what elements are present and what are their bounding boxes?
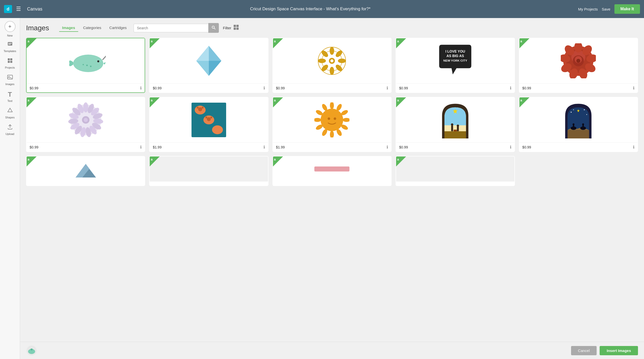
filter-button[interactable]: Filter (223, 26, 231, 30)
image-card-10[interactable]: a (519, 97, 638, 152)
svg-rect-6 (10, 61, 12, 63)
badge-letter-10: a (520, 98, 522, 102)
sidebar-item-text[interactable]: T Text (1, 89, 19, 104)
sidebar-item-upload[interactable]: Upload (1, 122, 19, 137)
card-footer-1: $0.99 ℹ (27, 83, 145, 92)
tab-categories[interactable]: Categories (80, 24, 105, 32)
search-area (134, 23, 219, 33)
svg-text:AS BIG AS: AS BIG AS (446, 54, 464, 58)
image-card-3[interactable]: a (272, 38, 392, 93)
card-price-9: $0.99 (399, 145, 408, 149)
svg-point-95 (314, 118, 321, 122)
shapes-icon (7, 107, 13, 115)
cricut-logo (26, 345, 37, 356)
save-button[interactable]: Save (602, 7, 610, 11)
image-card-8[interactable]: a (272, 97, 392, 152)
hamburger-icon[interactable]: ☰ (16, 6, 21, 12)
svg-point-36 (330, 59, 333, 62)
templates-label: Templates (4, 50, 16, 53)
insert-images-button[interactable]: Insert Images (600, 346, 638, 355)
svg-point-29 (338, 59, 346, 63)
sidebar-item-projects[interactable]: Projects (1, 56, 19, 71)
image-card-12[interactable]: a (149, 156, 268, 186)
plus-icon: + (8, 23, 12, 30)
svg-marker-22 (209, 61, 221, 76)
card-price-10: $0.99 (522, 145, 531, 149)
image-card-1[interactable]: a $0.99 (26, 38, 145, 93)
card-price-2: $0.99 (153, 86, 161, 90)
card-info-4[interactable]: ℹ (510, 86, 511, 90)
badge-letter-4: a (397, 39, 399, 43)
image-card-4[interactable]: a I LOVE YOU AS BIG AS NEW YORK CITY $0.… (396, 38, 515, 93)
card-info-8[interactable]: ℹ (387, 145, 388, 149)
topbar: d ☰ Canvas Cricut Design Space Canvas In… (0, 0, 644, 18)
card-price-3: $0.99 (276, 86, 285, 90)
svg-rect-5 (8, 61, 10, 63)
svg-point-77 (195, 125, 206, 134)
tab-cartridges[interactable]: Cartridges (106, 24, 130, 32)
card-price-1: $0.99 (30, 86, 38, 90)
badge-letter-5: a (520, 39, 522, 43)
sidebar-item-images[interactable]: Images (1, 72, 19, 88)
card-info-6[interactable]: ℹ (140, 145, 142, 149)
svg-point-100 (334, 117, 336, 120)
svg-point-89 (343, 118, 349, 122)
images-label: Images (5, 83, 14, 86)
make-it-button[interactable]: Make It (614, 4, 640, 14)
svg-point-111 (573, 109, 574, 110)
svg-marker-24 (196, 61, 209, 76)
sidebar-item-templates[interactable]: Templates (1, 39, 19, 55)
svg-point-118 (582, 123, 584, 125)
card-footer-2: $0.99 ℹ (150, 83, 268, 92)
svg-rect-103 (451, 125, 453, 131)
svg-point-115 (573, 123, 575, 125)
card-info-3[interactable]: ℹ (387, 86, 388, 90)
svg-point-81 (202, 107, 204, 109)
svg-point-30 (335, 64, 343, 72)
sidebar: + New Templates Projects (0, 18, 20, 359)
card-info-7[interactable]: ℹ (263, 145, 265, 149)
svg-rect-2 (8, 44, 11, 45)
svg-point-83 (205, 116, 207, 118)
card-info-1[interactable]: ℹ (140, 86, 142, 90)
card-info-10[interactable]: ℹ (633, 145, 634, 149)
image-card-6[interactable]: a (26, 97, 145, 152)
image-card-7[interactable]: a (149, 97, 268, 152)
svg-point-72 (84, 118, 88, 122)
my-projects-button[interactable]: My Projects (578, 7, 598, 11)
badge-letter-6: a (28, 98, 29, 102)
new-button[interactable]: + (5, 21, 16, 32)
image-card-2[interactable]: a $0.99 ℹ (149, 38, 268, 93)
image-card-14[interactable]: a (396, 156, 515, 186)
grid-toggle-button[interactable] (233, 25, 239, 31)
images-icon (7, 74, 13, 82)
svg-rect-105 (457, 126, 459, 131)
svg-point-108 (571, 112, 572, 113)
card-image-10 (519, 97, 637, 142)
svg-point-15 (73, 55, 103, 72)
search-button[interactable] (208, 23, 219, 33)
image-card-11[interactable]: a (26, 156, 145, 186)
svg-point-99 (328, 117, 330, 120)
tab-images[interactable]: Images (59, 24, 78, 32)
card-info-9[interactable]: ℹ (510, 145, 511, 149)
image-card-5[interactable]: a (519, 38, 638, 93)
svg-rect-107 (453, 130, 457, 132)
svg-point-31 (330, 67, 334, 75)
svg-point-92 (330, 131, 334, 137)
filter-area: Filter (223, 25, 239, 31)
card-footer-8: $1.99 ℹ (273, 142, 391, 151)
card-footer-10: $0.99 ℹ (519, 142, 637, 151)
cancel-button[interactable]: Cancel (571, 346, 597, 355)
search-input[interactable] (134, 24, 208, 32)
svg-point-34 (321, 50, 329, 58)
sidebar-item-shapes[interactable]: Shapes (1, 105, 19, 121)
card-info-2[interactable]: ℹ (263, 86, 265, 90)
card-info-5[interactable]: ℹ (633, 86, 634, 90)
image-card-13[interactable]: a (272, 156, 392, 186)
svg-point-17 (86, 65, 88, 66)
templates-icon (7, 41, 13, 49)
card-price-6: $0.99 (30, 145, 38, 149)
svg-rect-13 (234, 28, 236, 30)
image-card-9[interactable]: a (396, 97, 515, 152)
